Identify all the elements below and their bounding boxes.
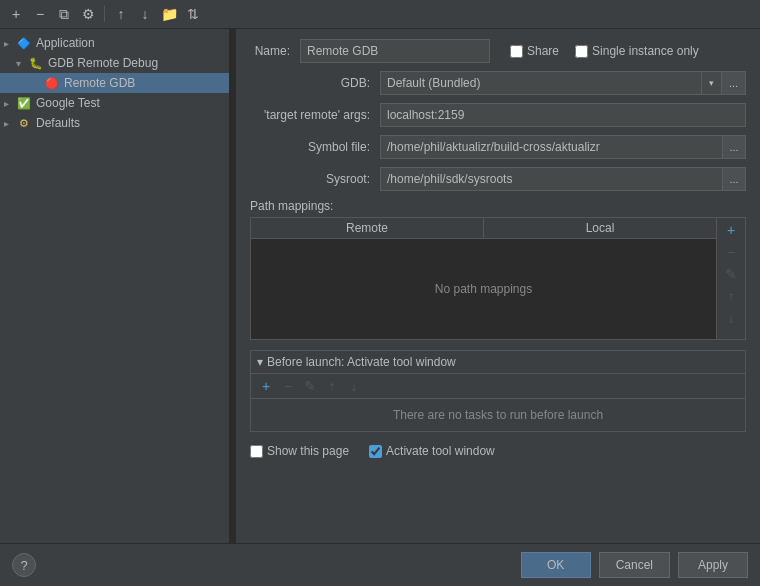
target-remote-row: 'target remote' args: xyxy=(250,103,746,127)
sort-button[interactable]: ⇅ xyxy=(183,4,203,24)
remove-config-button[interactable]: − xyxy=(30,4,50,24)
path-mappings-header: Remote Local xyxy=(251,218,716,239)
tree-arrow-defaults: ▸ xyxy=(4,118,16,129)
path-mappings-body: No path mappings xyxy=(251,239,716,339)
tree-label-google-test: Google Test xyxy=(36,96,100,110)
single-instance-label: Single instance only xyxy=(592,44,699,58)
before-launch-header: ▾ Before launch: Activate tool window xyxy=(251,351,745,374)
gdb-icon: 🐛 xyxy=(28,55,44,71)
tree-item-defaults[interactable]: ▸ ⚙ Defaults xyxy=(0,113,229,133)
before-launch-label: Before launch: Activate tool window xyxy=(267,355,456,369)
path-mappings-section: Remote Local No path mappings + − ✎ ↑ ↓ xyxy=(250,217,746,340)
toolbar-separator xyxy=(104,6,105,22)
path-mappings-sidebar: + − ✎ ↑ ↓ xyxy=(717,217,746,340)
symbol-file-input[interactable] xyxy=(380,135,722,159)
bottom-checkboxes: Show this page Activate tool window xyxy=(250,440,746,462)
sysroot-wrapper: ... xyxy=(380,167,746,191)
help-button[interactable]: ? xyxy=(12,553,36,577)
remote-gdb-icon: 🔴 xyxy=(44,75,60,91)
gdb-select[interactable]: Default (Bundled) xyxy=(380,71,702,95)
sysroot-row: Sysroot: ... xyxy=(250,167,746,191)
show-page-checkbox-label[interactable]: Show this page xyxy=(250,444,349,458)
tree-label-defaults: Defaults xyxy=(36,116,80,130)
share-checkbox[interactable] xyxy=(510,45,523,58)
add-mapping-button[interactable]: + xyxy=(721,220,741,240)
settings-button[interactable]: ⚙ xyxy=(78,4,98,24)
tree-item-gdb-remote-debug[interactable]: ▾ 🐛 GDB Remote Debug xyxy=(0,53,229,73)
bottom-bar: ? OK Cancel Apply xyxy=(0,543,760,586)
gdb-browse-button[interactable]: ... xyxy=(722,71,746,95)
before-launch-body: There are no tasks to run before launch xyxy=(251,399,745,431)
add-config-button[interactable]: + xyxy=(6,4,26,24)
before-launch-section: ▾ Before launch: Activate tool window + … xyxy=(250,350,746,432)
defaults-icon: ⚙ xyxy=(16,115,32,131)
show-page-label: Show this page xyxy=(267,444,349,458)
before-launch-arrow: ▾ xyxy=(257,355,263,369)
share-checkbox-label[interactable]: Share xyxy=(510,44,559,58)
add-task-button[interactable]: + xyxy=(257,377,275,395)
target-remote-label: 'target remote' args: xyxy=(250,108,380,122)
tree-arrow-gdb: ▾ xyxy=(16,58,28,69)
remote-column-header: Remote xyxy=(251,218,484,238)
remove-task-button[interactable]: − xyxy=(279,377,297,395)
share-label: Share xyxy=(527,44,559,58)
single-instance-checkbox-label[interactable]: Single instance only xyxy=(575,44,699,58)
show-page-checkbox[interactable] xyxy=(250,445,263,458)
sysroot-label: Sysroot: xyxy=(250,172,380,186)
apply-button[interactable]: Apply xyxy=(678,552,748,578)
edit-mapping-button[interactable]: ✎ xyxy=(721,264,741,284)
activate-tool-checkbox-label[interactable]: Activate tool window xyxy=(369,444,495,458)
tree-arrow-google: ▸ xyxy=(4,98,16,109)
move-down-button[interactable]: ↓ xyxy=(135,4,155,24)
single-instance-checkbox[interactable] xyxy=(575,45,588,58)
symbol-file-browse-button[interactable]: ... xyxy=(722,135,746,159)
remove-mapping-button[interactable]: − xyxy=(721,242,741,262)
ok-button[interactable]: OK xyxy=(521,552,591,578)
gdb-dropdown-arrow[interactable]: ▾ xyxy=(702,71,722,95)
symbol-file-row: Symbol file: ... xyxy=(250,135,746,159)
symbol-file-label: Symbol file: xyxy=(250,140,380,154)
sysroot-input[interactable] xyxy=(380,167,722,191)
no-mappings-text: No path mappings xyxy=(435,282,532,296)
folder-button[interactable]: 📁 xyxy=(159,4,179,24)
activate-tool-checkbox[interactable] xyxy=(369,445,382,458)
main-content: ▸ 🔷 Application ▾ 🐛 GDB Remote Debug ▸ 🔴… xyxy=(0,29,760,543)
activate-tool-label: Activate tool window xyxy=(386,444,495,458)
tree-item-application[interactable]: ▸ 🔷 Application xyxy=(0,33,229,53)
move-up-mapping-button[interactable]: ↑ xyxy=(721,286,741,306)
local-column-header: Local xyxy=(484,218,716,238)
name-input[interactable] xyxy=(300,39,490,63)
google-test-icon: ✅ xyxy=(16,95,32,111)
before-launch-toolbar: + − ✎ ↑ ↓ xyxy=(251,374,745,399)
move-task-down-button[interactable]: ↓ xyxy=(345,377,363,395)
name-options: Share Single instance only xyxy=(510,44,699,58)
config-panel: Name: Share Single instance only GDB: xyxy=(236,29,760,543)
move-down-mapping-button[interactable]: ↓ xyxy=(721,308,741,328)
no-tasks-text: There are no tasks to run before launch xyxy=(393,408,603,422)
path-mappings-table: Remote Local No path mappings xyxy=(250,217,717,340)
tree-label-application: Application xyxy=(36,36,95,50)
tree-label-remote-gdb: Remote GDB xyxy=(64,76,135,90)
gdb-row: GDB: Default (Bundled) ▾ ... xyxy=(250,71,746,95)
tree-panel: ▸ 🔷 Application ▾ 🐛 GDB Remote Debug ▸ 🔴… xyxy=(0,29,230,543)
path-mappings-label: Path mappings: xyxy=(250,199,746,213)
name-label: Name: xyxy=(250,44,300,58)
edit-task-button[interactable]: ✎ xyxy=(301,377,319,395)
symbol-file-wrapper: ... xyxy=(380,135,746,159)
sysroot-browse-button[interactable]: ... xyxy=(722,167,746,191)
cancel-button[interactable]: Cancel xyxy=(599,552,670,578)
name-row: Name: Share Single instance only xyxy=(250,39,746,63)
run-config-dialog: + − ⧉ ⚙ ↑ ↓ 📁 ⇅ ▸ 🔷 Application ▾ 🐛 GDB … xyxy=(0,0,760,586)
tree-arrow-application: ▸ xyxy=(4,38,16,49)
move-task-up-button[interactable]: ↑ xyxy=(323,377,341,395)
tree-item-google-test[interactable]: ▸ ✅ Google Test xyxy=(0,93,229,113)
copy-config-button[interactable]: ⧉ xyxy=(54,4,74,24)
gdb-label: GDB: xyxy=(250,76,380,90)
move-up-button[interactable]: ↑ xyxy=(111,4,131,24)
tree-item-remote-gdb[interactable]: ▸ 🔴 Remote GDB xyxy=(0,73,229,93)
gdb-select-wrapper: Default (Bundled) ▾ ... xyxy=(380,71,746,95)
application-icon: 🔷 xyxy=(16,35,32,51)
toolbar: + − ⧉ ⚙ ↑ ↓ 📁 ⇅ xyxy=(0,0,760,29)
target-remote-input[interactable] xyxy=(380,103,746,127)
tree-label-gdb: GDB Remote Debug xyxy=(48,56,158,70)
